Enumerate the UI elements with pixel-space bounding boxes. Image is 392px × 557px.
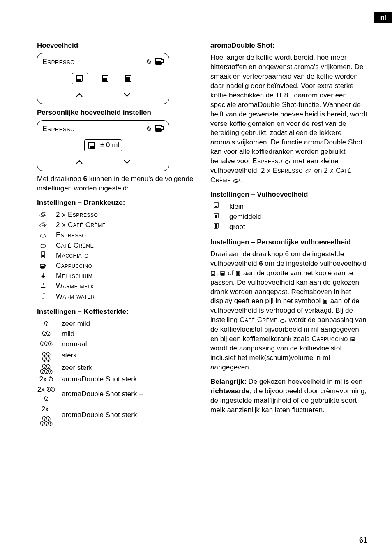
svg-rect-20	[215, 215, 217, 218]
macchiato-icon	[37, 251, 49, 260]
strength-icon-8: 2x	[37, 405, 55, 426]
strength-label: mild	[62, 330, 74, 339]
svg-rect-19	[215, 206, 217, 207]
heading-aromadouble: aromaDouble Shot:	[210, 41, 367, 51]
svg-point-9	[41, 223, 46, 226]
drink-label: Warme melk	[56, 282, 94, 291]
ml-value-box: ± 0 ml	[84, 139, 122, 151]
cappuccino-icon	[37, 261, 49, 271]
intro-paragraph: Met draaiknop 6 kunnen in de menu's de v…	[37, 174, 194, 193]
cup-large-icon	[210, 223, 223, 232]
left-column: Hoeveelheid Espresso	[37, 37, 194, 432]
svg-rect-5	[90, 146, 94, 149]
arrow-up-icon	[76, 91, 83, 100]
svg-rect-21	[215, 224, 217, 228]
arrow-down-icon	[124, 91, 130, 100]
svg-rect-25	[324, 300, 327, 303]
svg-point-26	[280, 320, 285, 323]
svg-rect-13	[41, 266, 44, 268]
cup-medium-icon	[154, 57, 165, 66]
drink-label: Melkschuim	[56, 272, 92, 281]
svg-rect-24	[237, 272, 240, 275]
svg-point-8	[39, 224, 45, 227]
cup-small-icon	[75, 74, 85, 83]
cup-medium-icon	[154, 124, 165, 133]
heading-personal-fill: Instellingen – Persoonlijke vulhoeveelhe…	[210, 238, 367, 247]
aromadouble-paragraph: Hoe langer de koffie wordt bereid, hoe m…	[210, 53, 367, 185]
personal-fill-paragraph: Draai aan de draaiknop 6 om de ingesteld…	[210, 250, 367, 372]
ml-value: ± 0 ml	[100, 141, 119, 150]
drink-label: 2 x Espresso	[56, 210, 98, 220]
cup-medium-icon	[220, 271, 226, 276]
bean-icon	[146, 59, 152, 65]
cup-small-icon	[87, 141, 98, 150]
fill-label: klein	[229, 202, 244, 211]
svg-point-15	[306, 170, 310, 173]
svg-point-17	[233, 180, 238, 183]
fill-list: klein gemiddeld groot	[210, 202, 367, 232]
cup-medium-icon	[210, 212, 223, 222]
two-cafecreme-icon	[37, 220, 49, 230]
page-number: 61	[359, 536, 367, 545]
strength-label: aromaDouble Shot sterk	[62, 375, 137, 384]
heading-personal-amount: Persoonlijke hoeveelheid instellen	[37, 108, 194, 118]
two-espresso-icon	[305, 169, 312, 174]
strength-icon-3	[37, 340, 55, 349]
svg-point-14	[285, 161, 289, 164]
strength-label: zeer sterk	[62, 363, 92, 373]
panel-title: Espresso	[37, 124, 75, 134]
cup-large-icon	[124, 74, 134, 83]
strength-icon-4	[37, 350, 55, 362]
drink-label: Café Crème	[56, 241, 94, 251]
heading-drink-choice: Instellingen – Drankkeuze:	[37, 198, 194, 208]
cappuccino-icon	[350, 337, 357, 342]
cup-medium-icon	[101, 74, 111, 83]
fill-label: gemiddeld	[229, 212, 261, 222]
cup-small-icon	[210, 202, 223, 211]
bean-icon	[146, 126, 152, 132]
cafecreme-icon	[37, 241, 49, 251]
language-tag: nl	[374, 12, 392, 23]
svg-rect-27	[351, 339, 354, 341]
svg-rect-4	[156, 128, 161, 131]
heading-amount: Hoeveelheid	[37, 41, 194, 51]
strength-icon-6: 2x	[37, 375, 55, 384]
espresso-icon	[284, 160, 291, 164]
strength-label: aromaDouble Shot sterk ++	[62, 411, 147, 420]
drink-label: Warm water	[56, 292, 95, 302]
heading-fill: Instellingen – Vulhoeveelheid	[210, 190, 367, 200]
strength-icon-5	[37, 362, 55, 374]
strength-list: zeer mild mild normaal sterk zeer sterk …	[37, 319, 194, 426]
two-espresso-icon	[37, 210, 49, 220]
strength-label: aromaDouble Shot sterk +	[62, 390, 143, 399]
svg-point-11	[40, 244, 46, 248]
drink-label: Cappuccino	[56, 261, 92, 271]
strength-icon-2	[37, 330, 55, 339]
svg-rect-3	[126, 77, 130, 81]
svg-rect-2	[103, 78, 107, 81]
strength-icon-7: 2x	[37, 385, 55, 404]
strength-label: sterk	[62, 351, 77, 360]
drink-label: Macchiato	[56, 251, 89, 260]
strength-label: zeer mild	[62, 319, 90, 329]
svg-point-10	[40, 234, 45, 237]
fill-label: groot	[229, 223, 245, 232]
right-column: aromaDouble Shot: Hoe langer de koffie w…	[210, 37, 367, 432]
espresso-icon	[37, 231, 49, 240]
strength-icon-1	[37, 319, 55, 329]
cup-option-small-selected	[72, 73, 88, 84]
important-paragraph: Belangrijk: De gekozen hoeveelheid in ml…	[210, 377, 367, 415]
cafecreme-icon	[279, 318, 287, 323]
svg-point-16	[307, 169, 311, 172]
arrow-down-icon	[124, 158, 130, 167]
heading-strength: Instellingen – Koffiesterkte:	[37, 307, 194, 317]
strength-label: normaal	[62, 340, 87, 349]
cup-large-icon	[235, 271, 241, 276]
two-cafecreme-icon	[233, 178, 241, 183]
drink-label: Espresso	[56, 231, 86, 240]
display-panel-amount: Espresso	[37, 53, 169, 104]
svg-rect-23	[221, 273, 224, 275]
svg-rect-22	[212, 274, 214, 275]
milkfoam-icon	[37, 272, 49, 281]
warmmilk-icon	[37, 282, 49, 291]
